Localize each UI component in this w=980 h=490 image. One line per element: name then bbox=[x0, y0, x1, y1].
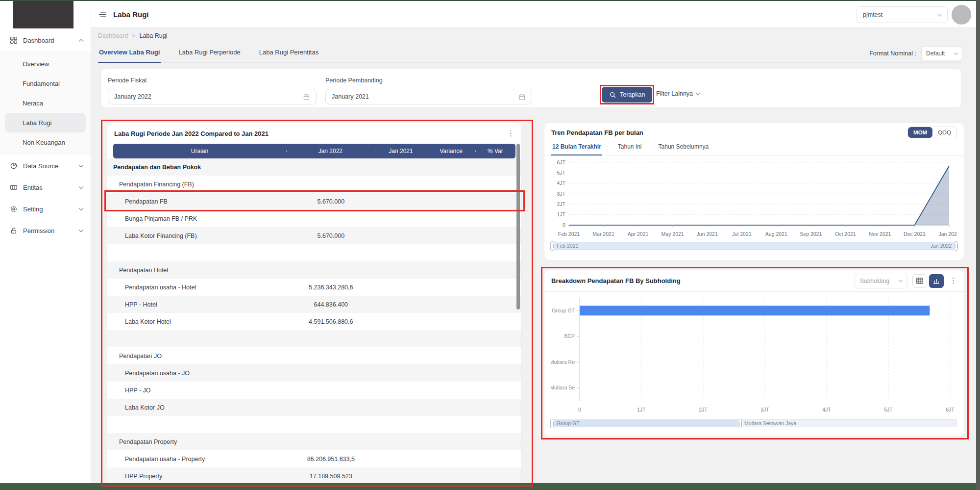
table-row[interactable]: Pendapatan usaha - Hotel5.236.343.280,6 bbox=[107, 279, 521, 296]
table-row[interactable]: Pendapatan usaha - Property86.206.951.63… bbox=[107, 450, 521, 467]
tab-tahun-ini[interactable]: Tahun Ini bbox=[617, 142, 643, 155]
chevron-down-icon bbox=[79, 184, 84, 189]
window-frame-bottom bbox=[0, 483, 980, 490]
tab-tahun-sebelumnya[interactable]: Tahun Sebelumnya bbox=[658, 142, 710, 155]
breakdown-brush[interactable]: Group GT Mutiara Sekawan Jaya bbox=[551, 419, 957, 427]
menu-toggle-icon[interactable] bbox=[99, 11, 106, 18]
svg-text:4JT: 4JT bbox=[822, 407, 831, 413]
column-header-uraian: Uraian bbox=[113, 148, 286, 155]
calendar-icon bbox=[303, 93, 310, 101]
table-row[interactable]: HPP Property17.189.509.523 bbox=[107, 467, 521, 485]
svg-text:Jul 2021: Jul 2021 bbox=[732, 231, 752, 237]
toggle-mom[interactable]: MOM bbox=[908, 127, 932, 138]
sidebar-item-label: Setting bbox=[23, 206, 74, 213]
table-row[interactable]: Pendapatan FB5.670.000 bbox=[107, 193, 521, 210]
breadcrumb-parent[interactable]: Dashboard bbox=[98, 32, 128, 39]
more-filters-button[interactable]: Filter Lainnya bbox=[656, 90, 699, 97]
sidebar-item-setting[interactable]: Setting bbox=[0, 198, 91, 220]
kebab-menu-icon[interactable]: ⋮ bbox=[507, 130, 514, 137]
row-value-jan-2022: 4.591.506.880,6 bbox=[285, 318, 376, 325]
data-source-icon bbox=[10, 162, 17, 170]
breakdown-card-title: Breakdown Pendapatan FB By Subholding bbox=[551, 277, 681, 284]
user-dropdown[interactable]: pjmtest bbox=[857, 6, 948, 23]
chevron-down-icon bbox=[696, 91, 700, 95]
brush-handle-right[interactable] bbox=[954, 241, 958, 251]
pl-table-card: Laba Rugi Periode Jan 2022 Compared to J… bbox=[107, 123, 522, 486]
periode-pembanding-input[interactable]: January 2021 bbox=[325, 89, 532, 104]
subholding-select[interactable]: Subholding bbox=[855, 274, 907, 288]
chevron-down-icon bbox=[937, 12, 942, 17]
svg-text:Mutiara Se: Mutiara Se bbox=[551, 385, 575, 390]
format-nominal-label: Format Nominal : bbox=[869, 50, 916, 57]
sidebar-item-data-source[interactable]: Data Source bbox=[0, 155, 91, 177]
table-row[interactable]: Pendapatan Financing (FB) bbox=[107, 176, 521, 193]
kebab-menu-icon[interactable]: ⋮ bbox=[950, 277, 957, 284]
chevron-down-icon bbox=[899, 278, 903, 282]
table-row[interactable]: Pendapatan dan Beban Pokok bbox=[107, 158, 521, 176]
pl-table-header: UraianJan 2022Jan 2021Variance% Var bbox=[113, 144, 515, 158]
tab-laba-rugi-perentitas[interactable]: Laba Rugi Perentitas bbox=[258, 47, 319, 62]
svg-text:May 2021: May 2021 bbox=[662, 231, 684, 237]
svg-text:Mutiara Ro: Mutiara Ro bbox=[551, 359, 575, 365]
format-nominal-select[interactable]: Default bbox=[921, 47, 962, 60]
tab-laba-rugi-perperiode[interactable]: Laba Rugi Perperiode bbox=[177, 47, 241, 62]
toggle-qoq[interactable]: QOQ bbox=[932, 127, 956, 138]
table-row[interactable]: Pendapatan Hotel bbox=[107, 261, 521, 279]
trend-area-chart: 01JT2JT3JT4JT5JT6JTFeb 2021Mar 2021Apr 2… bbox=[551, 156, 957, 239]
row-label: Laba Kotor Financing (FB) bbox=[107, 232, 285, 239]
table-row[interactable]: Pendapatan Property bbox=[107, 433, 521, 450]
trend-brush[interactable]: Feb 2021 Jan 2022 bbox=[551, 242, 957, 250]
sidebar-item-non-keuangan[interactable]: Non Keuangan bbox=[0, 132, 91, 152]
chart-view-button[interactable] bbox=[929, 274, 944, 288]
table-row[interactable]: Pendapatan usaha - JO bbox=[107, 364, 521, 382]
row-label: Pendapatan JO bbox=[107, 353, 285, 360]
sidebar: DashboardOverviewFundamentalNeracaLaba R… bbox=[0, 1, 91, 483]
top-header: Laba Rugi pjmtest bbox=[91, 1, 976, 28]
table-row[interactable]: HPP - Hotel644.836.400 bbox=[107, 296, 521, 313]
user-name: pjmtest bbox=[863, 11, 882, 18]
tab-12-bulan-terakhir[interactable]: 12 Bulan Terakhir bbox=[551, 142, 602, 155]
row-label: Pendapatan Property bbox=[107, 438, 285, 445]
brush-handle-left[interactable] bbox=[550, 419, 554, 428]
page-title: Laba Rugi bbox=[113, 10, 149, 19]
sidebar-item-neraca[interactable]: Neraca bbox=[0, 93, 91, 113]
svg-text:Jun 2021: Jun 2021 bbox=[697, 231, 718, 237]
apply-button[interactable]: Terapkan bbox=[602, 87, 652, 103]
table-row[interactable]: Laba Kotor JO bbox=[107, 399, 521, 416]
table-row-empty[interactable] bbox=[107, 330, 521, 347]
table-row[interactable]: Bunga Pinjaman FB / PRK bbox=[107, 210, 521, 227]
row-value-jan-2022: 86.206.951.633,5 bbox=[285, 456, 376, 463]
avatar[interactable] bbox=[952, 5, 971, 25]
sidebar-item-permission[interactable]: Permission bbox=[0, 220, 91, 241]
table-row-empty[interactable] bbox=[107, 244, 521, 261]
sidebar-item-overview[interactable]: Overview bbox=[0, 54, 91, 74]
periode-fiskal-input[interactable]: January 2022 bbox=[108, 89, 317, 104]
svg-text:5JT: 5JT bbox=[557, 170, 565, 176]
format-nominal: Format Nominal : Default bbox=[869, 47, 962, 60]
app-logo bbox=[13, 1, 74, 28]
table-row[interactable]: Pendapatan JO bbox=[107, 347, 521, 364]
scrollbar-thumb[interactable] bbox=[516, 144, 520, 309]
sidebar-item-laba-rugi[interactable]: Laba Rugi bbox=[5, 113, 86, 132]
table-row[interactable]: HPP - JO bbox=[107, 382, 521, 399]
sidebar-item-dashboard[interactable]: Dashboard bbox=[0, 29, 91, 51]
trend-card-header: Tren Pendapatan FB per bulan MOMQOQ bbox=[544, 123, 964, 142]
sidebar-item-label: Dashboard bbox=[23, 37, 74, 44]
row-label: Laba Kotor Hotel bbox=[107, 318, 285, 325]
pl-table-scrollbar[interactable] bbox=[516, 144, 520, 481]
pl-table-body: Pendapatan dan Beban PokokPendapatan Fin… bbox=[107, 158, 521, 485]
breadcrumb: Dashboard > Laba Rugi bbox=[98, 32, 167, 39]
brush-handle-middle[interactable] bbox=[738, 419, 742, 428]
brush-handle-left[interactable] bbox=[550, 241, 554, 251]
table-row[interactable]: Laba Kotor Financing (FB)5.670.000 bbox=[107, 227, 521, 244]
table-row-empty[interactable] bbox=[107, 416, 521, 433]
table-view-button[interactable] bbox=[912, 274, 927, 288]
sidebar-item-fundamental[interactable]: Fundamental bbox=[0, 74, 91, 93]
bar-chart-icon bbox=[933, 277, 940, 284]
row-label: Pendapatan FB bbox=[107, 198, 285, 205]
periode-fiskal-value: January 2022 bbox=[114, 93, 151, 100]
sidebar-item-entitas[interactable]: Entitas bbox=[0, 177, 91, 198]
table-row[interactable]: Laba Kotor Hotel4.591.506.880,6 bbox=[107, 313, 521, 330]
tab-overview-laba-rugi[interactable]: Overview Laba Rugi bbox=[98, 47, 161, 63]
mom-qoq-toggle: MOMQOQ bbox=[907, 127, 957, 138]
